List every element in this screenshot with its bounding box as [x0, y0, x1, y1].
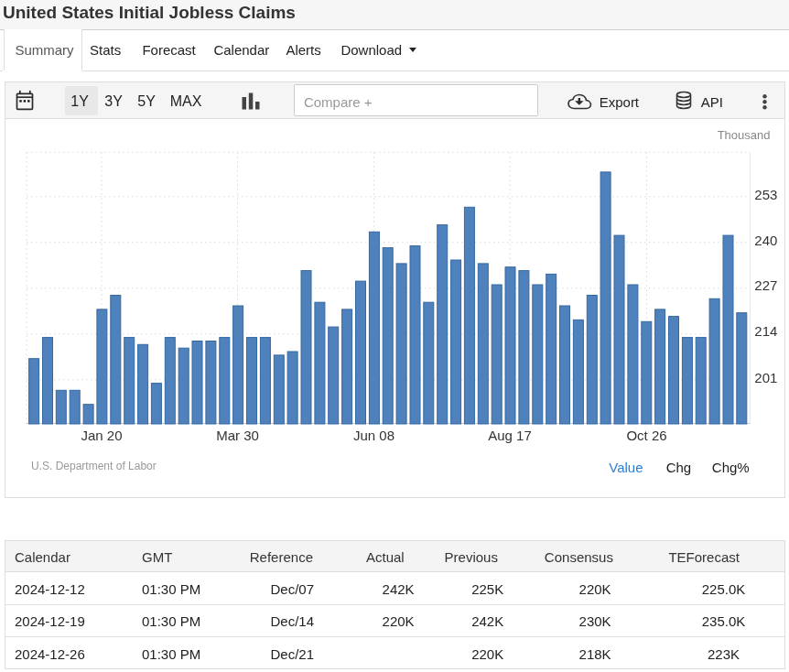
svg-text:Thousand: Thousand	[718, 128, 771, 142]
svg-text:253: 253	[754, 187, 777, 202]
svg-text:Jun 08: Jun 08	[353, 428, 394, 443]
svg-text:U.S. Department of Labor: U.S. Department of Labor	[31, 460, 157, 472]
svg-text:240: 240	[754, 233, 777, 248]
svg-text:Value: Value	[609, 460, 643, 475]
svg-text:Mar 30: Mar 30	[216, 428, 259, 443]
svg-text:Chg%: Chg%	[712, 460, 750, 475]
svg-text:Chg: Chg	[666, 460, 692, 475]
svg-text:Jan 20: Jan 20	[81, 428, 122, 443]
svg-text:214: 214	[754, 323, 777, 339]
svg-text:Oct 26: Oct 26	[626, 428, 666, 443]
svg-text:227: 227	[754, 277, 777, 293]
svg-text:Aug 17: Aug 17	[488, 428, 532, 443]
svg-text:201: 201	[754, 370, 777, 385]
